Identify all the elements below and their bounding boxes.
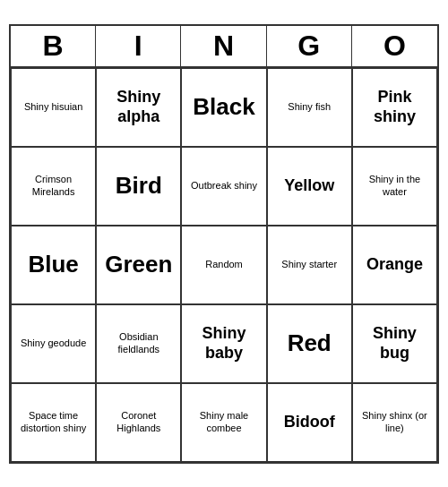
bingo-cell: Shiny in the water [352, 147, 437, 226]
bingo-cell: Space time distortion shiny [11, 383, 96, 462]
bingo-cell: Outbreak shiny [181, 147, 266, 226]
bingo-cell: Yellow [267, 147, 352, 226]
bingo-cell: Orange [352, 226, 437, 304]
bingo-cell: Blue [11, 226, 96, 304]
header-letter: G [267, 26, 352, 66]
bingo-cell: Shiny baby [181, 304, 266, 383]
bingo-cell: Coronet Highlands [96, 383, 181, 462]
bingo-cell: Shiny starter [267, 226, 352, 304]
bingo-cell: Random [181, 226, 266, 304]
header-letter: O [352, 26, 437, 66]
bingo-cell: Shiny shinx (or line) [352, 383, 437, 462]
bingo-cell: Red [267, 304, 352, 383]
bingo-cell: Obsidian fieldlands [96, 304, 181, 383]
bingo-cell: Shiny bug [352, 304, 437, 383]
bingo-cell: Bird [96, 147, 181, 226]
bingo-header: BINGO [11, 26, 437, 68]
bingo-cell: Crimson Mirelands [11, 147, 96, 226]
bingo-grid: Shiny hisuianShiny alphaBlackShiny fishP… [11, 68, 437, 462]
bingo-cell: Shiny male combee [181, 383, 266, 462]
header-letter: I [96, 26, 181, 66]
bingo-cell: Bidoof [267, 383, 352, 462]
bingo-cell: Shiny hisuian [11, 68, 96, 147]
bingo-cell: Black [181, 68, 266, 147]
bingo-cell: Pink shiny [352, 68, 437, 147]
bingo-cell: Shiny alpha [96, 68, 181, 147]
bingo-cell: Green [96, 226, 181, 304]
bingo-card: BINGO Shiny hisuianShiny alphaBlackShiny… [9, 24, 439, 464]
bingo-cell: Shiny fish [267, 68, 352, 147]
bingo-cell: Shiny geodude [11, 304, 96, 383]
header-letter: B [11, 26, 96, 66]
header-letter: N [181, 26, 266, 66]
